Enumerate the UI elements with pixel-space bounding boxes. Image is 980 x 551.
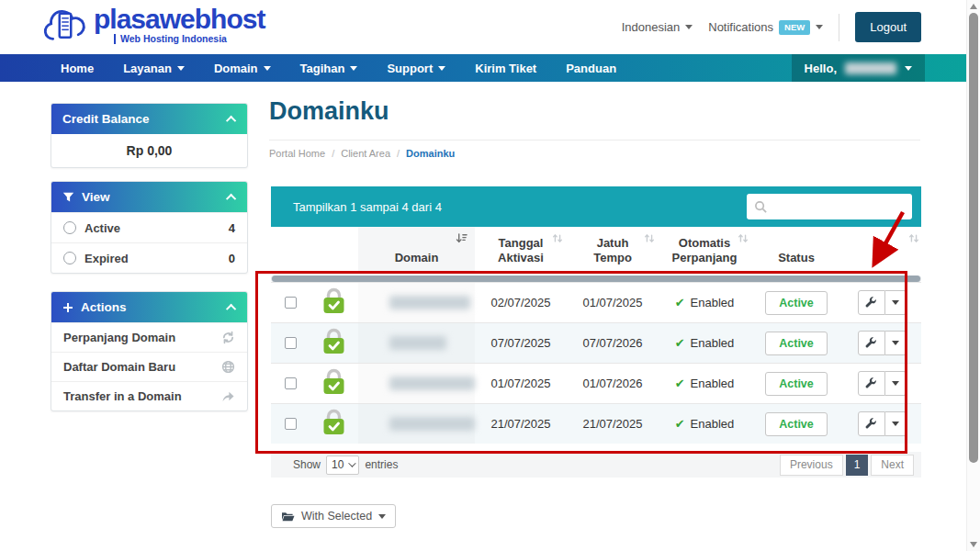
nav-item-kirim-tiket[interactable]: Kirim Tiket bbox=[460, 54, 551, 82]
sort-both-icon bbox=[552, 232, 563, 248]
manage-domain-button[interactable] bbox=[858, 331, 885, 355]
check-icon: ✔ bbox=[675, 417, 685, 431]
status-active-button[interactable]: Active bbox=[765, 412, 828, 436]
caret-down-icon bbox=[892, 341, 899, 345]
wrench-icon bbox=[865, 418, 877, 430]
radio-button[interactable] bbox=[63, 252, 76, 264]
check-icon: ✔ bbox=[675, 377, 685, 390]
caret-down-icon bbox=[892, 381, 899, 386]
due-date: 01/07/2026 bbox=[567, 364, 659, 403]
manage-domain-button[interactable] bbox=[858, 371, 885, 396]
logo-tagline: Web Hosting Indonesia bbox=[114, 34, 265, 44]
entries-label: entries bbox=[365, 458, 398, 471]
caret-down-icon bbox=[685, 25, 693, 29]
search-input[interactable] bbox=[768, 200, 905, 213]
search-icon bbox=[754, 200, 768, 214]
language-selector[interactable]: Indonesian bbox=[622, 20, 693, 34]
caret-down-icon bbox=[438, 66, 445, 71]
domain-actions-dropdown[interactable] bbox=[885, 411, 907, 436]
nav-item-domain[interactable]: Domain bbox=[199, 54, 286, 82]
status-active-button[interactable]: Active bbox=[765, 372, 828, 396]
nav-item-layanan[interactable]: Layanan bbox=[108, 54, 199, 82]
table-row: 02/07/2025 01/07/2025 ✔Enabled Active bbox=[271, 282, 921, 322]
breadcrumb-client-area[interactable]: Client Area bbox=[341, 148, 390, 159]
current-page[interactable]: 1 bbox=[846, 455, 869, 476]
auto-renew-value: Enabled bbox=[691, 417, 735, 431]
column-header-otomatis-perpanjang[interactable]: Otomatis Perpanjang bbox=[659, 227, 750, 273]
share-icon bbox=[221, 390, 235, 402]
credit-balance-header[interactable]: Credit Balance bbox=[51, 104, 247, 134]
page-size-select[interactable]: 10 bbox=[326, 455, 359, 475]
plus-icon bbox=[62, 302, 73, 313]
row-checkbox[interactable] bbox=[285, 337, 297, 349]
breadcrumb-portal-home[interactable]: Portal Home bbox=[269, 148, 325, 159]
chevron-down-icon bbox=[349, 459, 356, 467]
page-title: Domainku bbox=[269, 97, 389, 126]
due-date: 07/07/2026 bbox=[567, 323, 659, 363]
table-header-row: Domain Tanggal Aktivasi Jatuh Tempo bbox=[271, 227, 921, 273]
row-checkbox[interactable] bbox=[285, 377, 297, 389]
credit-balance-panel: Credit Balance Rp 0,00 bbox=[51, 103, 248, 168]
breadcrumb-current: Domainku bbox=[406, 148, 455, 159]
column-header-actions[interactable] bbox=[842, 227, 921, 273]
nav-item-support[interactable]: Support bbox=[372, 54, 460, 82]
column-header-jatuh-tempo[interactable]: Jatuh Tempo bbox=[567, 227, 659, 273]
nav-item-home[interactable]: Home bbox=[46, 54, 108, 82]
activation-date: 02/07/2025 bbox=[475, 283, 567, 322]
action-perpanjang-domain[interactable]: Perpanjang Domain bbox=[51, 322, 247, 352]
table-info-text: Tampilkan 1 sampai 4 dari 4 bbox=[293, 200, 442, 214]
action-daftar-domain-baru[interactable]: Daftar Domain Baru bbox=[51, 352, 247, 381]
status-active-button[interactable]: Active bbox=[765, 332, 828, 355]
user-menu[interactable]: Hello, bbox=[792, 54, 925, 82]
new-badge: NEW bbox=[779, 20, 810, 35]
expired-count: 0 bbox=[229, 252, 235, 265]
next-page-button[interactable]: Next bbox=[871, 455, 914, 476]
table-row: 07/07/2025 07/07/2026 ✔Enabled Active bbox=[271, 322, 921, 363]
globe-icon bbox=[221, 360, 235, 374]
scrollbar-thumb[interactable] bbox=[272, 276, 920, 282]
with-selected-button[interactable]: With Selected bbox=[271, 504, 396, 528]
scroll-up-icon[interactable] bbox=[970, 4, 977, 9]
row-checkbox[interactable] bbox=[285, 418, 297, 430]
manage-domain-button[interactable] bbox=[858, 411, 885, 436]
notifications-menu[interactable]: Notifications NEW bbox=[708, 20, 823, 35]
sort-both-icon bbox=[644, 232, 655, 248]
logout-button[interactable]: Logout bbox=[855, 12, 921, 42]
scroll-down-icon[interactable] bbox=[970, 542, 977, 547]
folder-icon bbox=[281, 511, 295, 523]
table-search-box[interactable] bbox=[747, 194, 912, 219]
column-header-status[interactable]: Status bbox=[750, 227, 842, 273]
brand-logo[interactable]: plasawebhost Web Hosting Indonesia bbox=[42, 6, 265, 51]
lock-check-icon bbox=[321, 368, 346, 399]
lock-check-icon bbox=[321, 409, 346, 440]
blurred-username bbox=[845, 62, 896, 74]
domain-actions-dropdown[interactable] bbox=[885, 290, 907, 315]
wrench-icon bbox=[865, 337, 877, 349]
nav-item-panduan[interactable]: Panduan bbox=[551, 54, 631, 82]
status-active-button[interactable]: Active bbox=[765, 291, 828, 315]
wrench-icon bbox=[865, 297, 877, 309]
greeting-label: Hello, bbox=[805, 62, 837, 75]
domain-actions-dropdown[interactable] bbox=[885, 371, 907, 396]
column-header-domain[interactable]: Domain bbox=[358, 227, 475, 273]
radio-button[interactable] bbox=[63, 221, 76, 234]
caret-down-icon bbox=[892, 300, 899, 305]
nav-item-tagihan[interactable]: Tagihan bbox=[286, 54, 373, 82]
manage-domain-button[interactable] bbox=[858, 290, 885, 315]
caret-down-icon bbox=[905, 66, 912, 71]
domain-actions-dropdown[interactable] bbox=[885, 331, 907, 355]
table-horizontal-scrollbar[interactable] bbox=[271, 276, 921, 282]
wrench-icon bbox=[865, 377, 877, 389]
filter-option-active[interactable]: Active 4 bbox=[51, 212, 247, 242]
view-filter-header[interactable]: View bbox=[51, 182, 247, 212]
row-checkbox[interactable] bbox=[285, 297, 297, 309]
header-icon-column bbox=[310, 227, 358, 273]
column-header-tanggal-aktivasi[interactable]: Tanggal Aktivasi bbox=[475, 227, 567, 273]
caret-down-icon bbox=[177, 66, 185, 71]
filter-option-expired[interactable]: Expired 0 bbox=[51, 242, 247, 273]
scrollbar-thumb[interactable] bbox=[969, 13, 978, 463]
actions-header[interactable]: Actions bbox=[51, 292, 247, 322]
action-transfer-in-domain[interactable]: Transfer in a Domain bbox=[51, 381, 247, 410]
page-scrollbar[interactable] bbox=[966, 0, 980, 551]
previous-page-button[interactable]: Previous bbox=[780, 455, 843, 476]
